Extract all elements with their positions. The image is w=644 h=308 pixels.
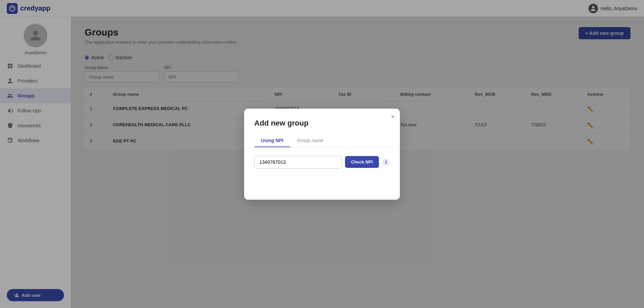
modal-title: Add new group [254, 119, 390, 128]
tab-group-name[interactable]: Group name [290, 134, 330, 147]
tab-using-npi[interactable]: Using NPI [254, 134, 290, 147]
add-new-group-modal: × Add new group Using NPI Group name Che… [244, 109, 400, 200]
modal-tabs: Using NPI Group name [254, 134, 390, 147]
npi-input-row: Check NPI ℹ [254, 156, 390, 169]
info-icon[interactable]: ℹ [382, 158, 390, 166]
modal-content-area: Check NPI ℹ [254, 156, 390, 190]
modal-close-button[interactable]: × [391, 113, 394, 120]
npi-input[interactable] [254, 156, 342, 169]
check-npi-button[interactable]: Check NPI [345, 156, 379, 168]
modal-overlay: × Add new group Using NPI Group name Che… [0, 17, 644, 308]
